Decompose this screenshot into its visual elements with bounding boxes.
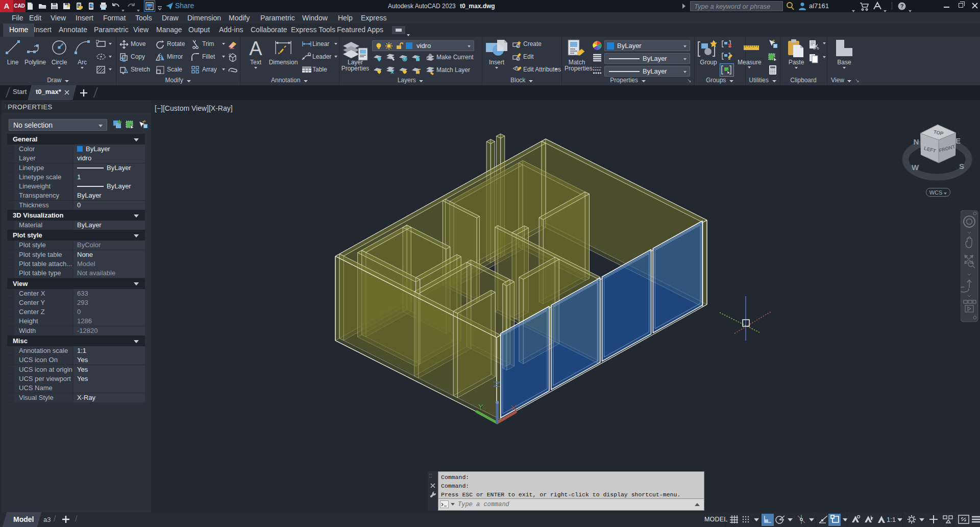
svg-text:A: A [249,39,262,59]
svg-text:W: W [912,163,919,172]
svg-text:E: E [955,136,961,145]
svg-text:?: ? [900,3,904,9]
svg-text:N: N [914,137,919,146]
svg-text:S: S [959,162,964,171]
